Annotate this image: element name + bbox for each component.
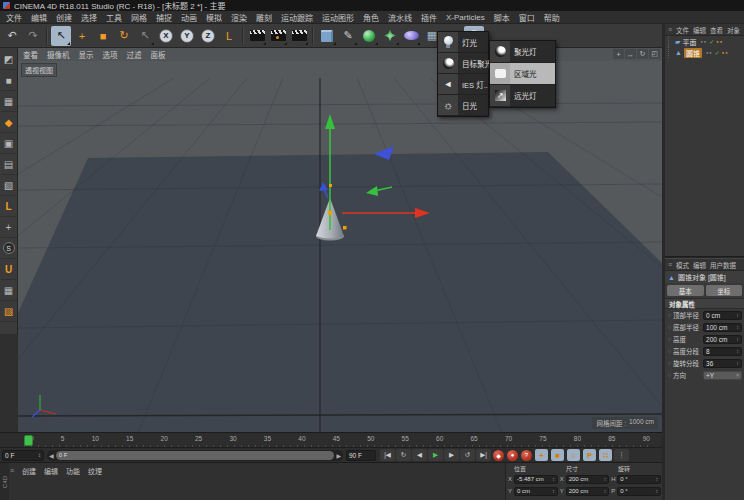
play-backwards-button[interactable]: ↻ <box>396 449 411 461</box>
loop-mode-button[interactable]: ↺ <box>460 449 475 461</box>
viewport-menu-display[interactable]: 显示 <box>79 49 94 60</box>
render-settings-button[interactable] <box>289 26 309 46</box>
stepper-icon[interactable]: ↕ <box>736 360 739 366</box>
enabled-check-icon[interactable]: ✓ <box>709 38 714 45</box>
tweak-mode-button[interactable]: + <box>1 217 17 238</box>
rotation-p-input[interactable]: 0 °↕ <box>617 487 661 496</box>
om-menu-file[interactable]: 文件 <box>676 25 689 35</box>
anim-dot-icon[interactable]: ○ <box>668 348 671 354</box>
mat-menu-create[interactable]: 创建 <box>22 466 36 476</box>
tab-basic[interactable]: 基本 <box>667 285 704 296</box>
mat-menu-function[interactable]: 功能 <box>66 466 80 476</box>
key-pla-toggle[interactable]: ∷ <box>599 449 612 461</box>
mat-menu-texture[interactable]: 纹理 <box>88 466 102 476</box>
object-row-plane[interactable]: ▰ 平面 ●● ✓ ●● <box>665 36 744 47</box>
scale-tool-button[interactable]: ■ <box>93 26 113 46</box>
object-tree-empty-area[interactable] <box>665 58 744 256</box>
stepper-icon[interactable]: ↕ <box>604 476 607 482</box>
stepper-icon[interactable]: ↕ <box>38 452 41 458</box>
scroll-left-icon[interactable]: ◀ <box>49 452 54 459</box>
anim-dot-icon[interactable]: ○ <box>668 324 671 330</box>
layer-dots-icon[interactable]: ●● <box>716 39 723 44</box>
viewport-menu-filter[interactable]: 过滤 <box>127 49 142 60</box>
timeline-ticks-track[interactable]: 051015202530354045505560657075808590 <box>24 433 654 448</box>
position-x-input[interactable]: -5.487 cm↕ <box>514 475 558 484</box>
scrollbar-thumb[interactable]: 0 F <box>56 451 335 460</box>
object-row-cone[interactable]: ▲ 圆锥 ●● ✓ ●● <box>665 47 744 58</box>
stepper-icon[interactable]: ↕ <box>736 324 739 330</box>
menu-item-light[interactable]: 灯光 <box>438 32 488 53</box>
menu-motion-tracker[interactable]: 运动跟踪 <box>281 12 313 23</box>
next-frame-button[interactable]: ▶ <box>444 449 459 461</box>
autokey-button[interactable]: ● <box>507 450 518 461</box>
menu-file[interactable]: 文件 <box>6 12 22 23</box>
menu-pipeline[interactable]: 流水线 <box>388 12 412 23</box>
stepper-icon[interactable]: ↕ <box>552 476 555 482</box>
height-segments-input[interactable]: 8↕ <box>703 347 742 356</box>
undo-button[interactable]: ↶ <box>2 26 22 46</box>
hamburger-icon[interactable]: ≡ <box>668 26 672 33</box>
stepper-icon[interactable]: ↕ <box>552 488 555 494</box>
live-selection-button[interactable]: ↖ <box>51 26 71 46</box>
bottom-radius-input[interactable]: 100 cm↕ <box>703 323 742 332</box>
visibility-dots-icon[interactable]: ●● <box>706 50 713 55</box>
hamburger-icon[interactable]: ≡ <box>668 261 672 268</box>
layer-dots-icon[interactable]: ●● <box>722 50 729 55</box>
menu-help[interactable]: 帮助 <box>544 12 560 23</box>
goto-start-button[interactable]: |◀ <box>380 449 395 461</box>
stepper-icon[interactable]: ↕ <box>656 476 659 482</box>
model-mode-button[interactable]: ■ <box>1 70 17 91</box>
pan-view-icon[interactable]: + <box>613 49 624 59</box>
edges-mode-button[interactable]: ▤ <box>1 154 17 175</box>
deformer-button[interactable] <box>380 26 400 46</box>
snap-toggle-button[interactable]: S <box>1 238 17 259</box>
add-primitive-button[interactable] <box>317 26 337 46</box>
environment-button[interactable] <box>401 26 421 46</box>
om-menu-objects[interactable]: 对象 <box>727 25 740 35</box>
top-radius-input[interactable]: 0 cm↕ <box>703 311 742 320</box>
orientation-dropdown[interactable]: +Y▾ <box>703 371 742 380</box>
size-x-input[interactable]: 200 cm↕ <box>566 475 610 484</box>
maximize-view-icon[interactable]: ◰ <box>649 49 660 59</box>
menu-render[interactable]: 渲染 <box>231 12 247 23</box>
previous-frame-button[interactable]: ◀ <box>412 449 427 461</box>
make-editable-button[interactable]: ◩ <box>1 49 17 70</box>
lock-x-axis-button[interactable]: X <box>156 26 176 46</box>
menu-simulate[interactable]: 模拟 <box>206 12 222 23</box>
object-name[interactable]: 平面 <box>682 37 696 47</box>
anim-dot-icon[interactable]: ○ <box>668 312 671 318</box>
enable-axis-button[interactable]: L <box>1 196 17 217</box>
workplane-lock-button[interactable]: ▦ <box>1 280 17 301</box>
timeline-playhead[interactable] <box>24 435 33 446</box>
menu-edit[interactable]: 编辑 <box>31 12 47 23</box>
rotate-tool-button[interactable]: ↻ <box>114 26 134 46</box>
magnet-tool-button[interactable]: U <box>1 259 17 280</box>
menu-item-spotlight[interactable]: 聚光灯 <box>490 41 555 63</box>
rotation-segments-input[interactable]: 36↕ <box>703 359 742 368</box>
menu-xparticles[interactable]: X-Particles <box>446 13 485 22</box>
viewport-menu-options[interactable]: 选项 <box>103 49 118 60</box>
stepper-icon[interactable]: ↕ <box>736 336 739 342</box>
texture-mode-button[interactable]: ▦ <box>1 91 17 112</box>
material-manager[interactable]: C4D ≡ 创建 编辑 功能 纹理 <box>0 462 505 500</box>
subdivision-surface-button[interactable] <box>359 26 379 46</box>
rotation-h-input[interactable]: 0 °↕ <box>617 475 661 484</box>
anim-dot-icon[interactable]: ○ <box>668 372 671 378</box>
timeline-ruler[interactable]: 051015202530354045505560657075808590 <box>0 432 662 447</box>
menu-script[interactable]: 脚本 <box>494 12 510 23</box>
tab-coord[interactable]: 坐标 <box>706 285 743 296</box>
key-position-toggle[interactable]: + <box>535 449 548 461</box>
zoom-view-icon[interactable]: ↔ <box>625 49 636 59</box>
viewport-menu-view[interactable]: 查看 <box>23 49 38 60</box>
menu-plugins[interactable]: 插件 <box>421 12 437 23</box>
menu-character[interactable]: 角色 <box>363 12 379 23</box>
timeline-scrollbar[interactable]: ◀ 0 F ▶ <box>47 450 343 461</box>
lock-y-axis-button[interactable]: Y <box>177 26 197 46</box>
goto-end-button[interactable]: ▶| <box>476 449 491 461</box>
hamburger-icon[interactable]: ≡ <box>10 467 14 474</box>
rotate-view-icon[interactable]: ↻ <box>637 49 648 59</box>
attr-menu-edit[interactable]: 编辑 <box>693 260 706 270</box>
attr-menu-userdata[interactable]: 用户数据 <box>710 260 736 270</box>
render-region-button[interactable] <box>268 26 288 46</box>
menu-tools[interactable]: 工具 <box>106 12 122 23</box>
